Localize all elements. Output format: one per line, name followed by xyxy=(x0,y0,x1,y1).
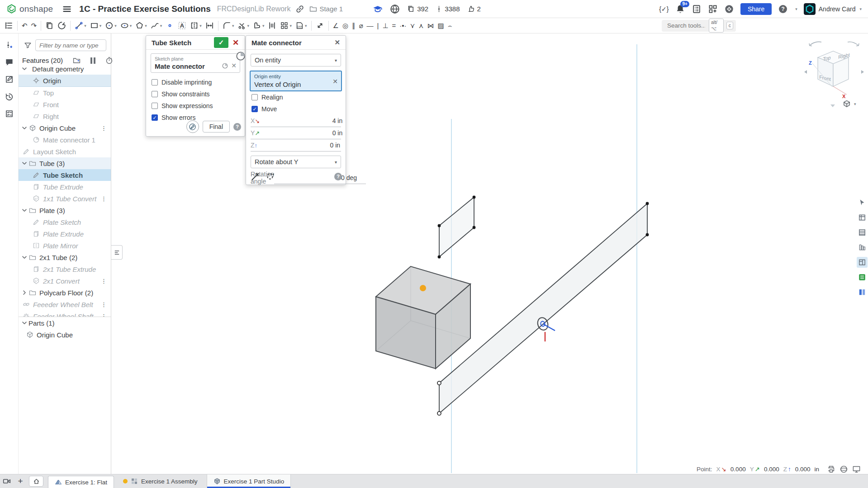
share-button[interactable]: Share xyxy=(740,3,772,15)
option-disable-imprinting[interactable]: Disable imprinting xyxy=(146,76,245,88)
tree-row-2x1-convert[interactable]: 2x1 Convert⋮ xyxy=(19,275,111,287)
undo-tool-icon[interactable]: ↶ xyxy=(20,19,29,32)
learning-center-icon[interactable] xyxy=(373,4,383,14)
chevron-down-icon[interactable] xyxy=(21,207,28,213)
tool-caret-icon[interactable]: ▾ xyxy=(114,24,117,28)
copies-stat[interactable]: 392 xyxy=(407,5,428,13)
tree-row-front[interactable]: Front xyxy=(19,99,111,110)
tree-row-plate-extrude[interactable]: Plate Extrude xyxy=(19,228,111,240)
trim-tool-icon[interactable]: ▾ xyxy=(236,19,251,32)
help-icon[interactable]: ? xyxy=(778,4,788,14)
item-menu-icon[interactable]: ⋮ xyxy=(101,195,106,202)
normal-tool-icon[interactable]: ⋎ xyxy=(408,19,417,32)
workspace-selector[interactable]: Stage 1 xyxy=(309,5,343,13)
tree-row-parts-1-[interactable]: Parts (1) xyxy=(19,317,111,329)
parallel-tool-icon[interactable]: ∥ xyxy=(350,19,357,32)
tree-row-default-geometry[interactable]: Default geometry xyxy=(19,67,111,75)
checkbox[interactable] xyxy=(152,79,158,85)
line-tool-icon[interactable]: ▾ xyxy=(73,19,88,32)
polygon-tool-icon[interactable]: ▾ xyxy=(133,19,149,32)
tool-caret-icon[interactable]: ▾ xyxy=(232,24,234,28)
dock-spreadsheet-green-icon[interactable] xyxy=(857,272,868,283)
option-show-constraints[interactable]: Show constraints xyxy=(146,88,245,100)
tool-search-input[interactable] xyxy=(666,22,706,29)
chevron-right-icon[interactable] xyxy=(21,289,28,296)
dimension-tool-icon[interactable] xyxy=(204,19,216,32)
tool-caret-icon[interactable]: ▾ xyxy=(247,24,249,28)
clear-plane-icon[interactable]: ✕ xyxy=(231,62,237,69)
tree-row-feeder-wheel-shaft[interactable]: Feeder Wheel Shaft⋮ xyxy=(19,310,111,317)
mirror-tool-icon[interactable]: ▾ xyxy=(188,19,204,32)
tube-sketch-dialog-header[interactable]: Tube Sketch ✓ ✕ xyxy=(146,36,245,50)
coincident-tool-icon[interactable]: ∠ xyxy=(331,19,341,32)
rotate-about-select[interactable]: Rotate about Y ▾ xyxy=(251,156,341,168)
sketch-text-tool-icon[interactable]: A xyxy=(176,19,188,32)
pattern-tool-icon[interactable]: ▾ xyxy=(278,19,294,32)
tree-row-plate-mirror[interactable]: Plate Mirror xyxy=(19,240,111,251)
confirm-sketch-button[interactable]: ✓ xyxy=(214,37,228,48)
horizontal-constraint-tool-icon[interactable]: — xyxy=(365,19,375,32)
dock-table-icon[interactable] xyxy=(857,212,868,223)
tree-row-plate-3-[interactable]: Plate (3) xyxy=(19,204,111,216)
offset-tool-icon[interactable]: ▾ xyxy=(251,19,266,32)
tree-row-origin[interactable]: Origin xyxy=(19,75,111,87)
user-menu[interactable]: Andrew Card ▾ xyxy=(804,3,862,15)
checkbox[interactable] xyxy=(152,91,158,97)
tool-caret-icon[interactable]: ▾ xyxy=(305,24,307,28)
tree-row-plate-sketch[interactable]: Plate Sketch xyxy=(19,216,111,228)
dock-columns-icon[interactable] xyxy=(857,242,868,253)
perpendicular-tool-icon[interactable]: ⊥ xyxy=(381,19,390,32)
versions-stat[interactable]: 3388 xyxy=(436,5,460,13)
transform-tool-icon[interactable] xyxy=(314,19,326,32)
entity-mode-select[interactable]: On entity ▾ xyxy=(251,54,341,66)
mate-connector-close-icon[interactable]: ✕ xyxy=(332,38,342,47)
tab-exercise-1-part-studio[interactable]: Exercise 1 Part Studio xyxy=(207,474,291,488)
import-dxf-tool-icon[interactable]: DXF▾ xyxy=(294,19,309,32)
featurescript-icon[interactable]: {✓} xyxy=(659,4,669,14)
use-project-tool-icon[interactable] xyxy=(266,19,278,32)
tree-row-mate-connector-1[interactable]: Mate connector 1 xyxy=(19,134,111,146)
mate-connector-dialog-header[interactable]: Mate connector ✕ xyxy=(246,36,346,50)
checkbox[interactable] xyxy=(152,103,158,109)
cancel-sketch-button[interactable]: ✕ xyxy=(230,37,241,48)
equal-tool-icon[interactable]: = xyxy=(390,19,398,32)
tree-row-tube-sketch[interactable]: Tube Sketch xyxy=(19,169,111,181)
chevron-down-icon[interactable] xyxy=(21,320,28,326)
spline-tool-icon[interactable]: ▾ xyxy=(149,19,164,32)
rollback-timer-icon[interactable] xyxy=(105,57,113,64)
onshape-brand[interactable]: onshape xyxy=(6,4,53,14)
offset-x-input[interactable] xyxy=(260,117,351,125)
tree-row-2x1-tube-2-[interactable]: 2x1 Tube (2) xyxy=(19,251,111,263)
move-checkbox-row[interactable]: ✓ Move xyxy=(246,103,346,115)
notifications-bell-icon[interactable]: 9+ xyxy=(675,4,685,14)
sketch-help-icon[interactable]: ? xyxy=(233,123,241,131)
item-menu-icon[interactable]: ⋮ xyxy=(101,301,106,308)
midpoint-tool-icon[interactable]: ·•· xyxy=(398,19,408,32)
dock-sheet-icon[interactable] xyxy=(857,227,868,238)
mate-help-icon[interactable]: ? xyxy=(334,173,342,180)
ai-advisor-icon[interactable] xyxy=(724,4,734,14)
feature-list-tool-icon[interactable] xyxy=(3,19,15,32)
clear-entity-icon[interactable]: ✕ xyxy=(332,78,338,85)
filter-funnel-icon[interactable] xyxy=(24,42,32,49)
feature-panel-handle[interactable] xyxy=(111,245,123,260)
tree-row-polycarb-floor-2-[interactable]: Polycarb Floor (2) xyxy=(19,287,111,298)
sketch-plane-field[interactable]: Sketch plane Mate connector ✕ xyxy=(151,53,240,73)
reorient-axis-icon[interactable] xyxy=(265,171,275,181)
pierce-tool-icon[interactable]: ⋏ xyxy=(417,19,426,32)
tab-exercise-1-assembly[interactable]: Exercise 1 Assembly xyxy=(117,474,204,488)
tree-row-layout-sketch[interactable]: Layout Sketch xyxy=(19,146,111,157)
tool-search[interactable]: alt/⌥ c xyxy=(662,20,736,32)
public-document-icon[interactable] xyxy=(390,4,400,14)
tool-caret-icon[interactable]: ▾ xyxy=(289,24,292,28)
style-palette-tool-icon[interactable] xyxy=(56,19,68,32)
offset-y-input[interactable] xyxy=(260,129,351,137)
tangent-tool-icon[interactable]: ⌀ xyxy=(357,19,365,32)
record-camera-icon[interactable] xyxy=(0,474,14,488)
item-menu-icon[interactable]: ⋮ xyxy=(101,125,106,132)
link-icon[interactable] xyxy=(295,4,305,14)
dock-panel-icon[interactable] xyxy=(857,257,868,268)
symmetric-tool-icon[interactable]: ⋈ xyxy=(426,19,436,32)
tree-row-top[interactable]: Top xyxy=(19,87,111,99)
fix-tool-icon[interactable]: ▨ xyxy=(436,19,446,32)
